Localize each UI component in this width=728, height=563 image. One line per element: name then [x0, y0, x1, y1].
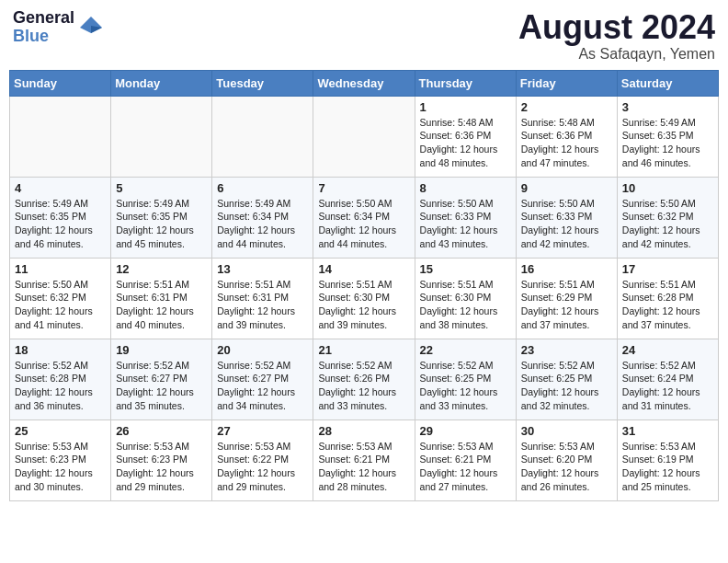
day-info: Sunrise: 5:51 AM Sunset: 6:31 PM Dayligh…: [217, 278, 308, 332]
calendar-cell: 6Sunrise: 5:49 AM Sunset: 6:34 PM Daylig…: [212, 177, 313, 258]
day-info: Sunrise: 5:53 AM Sunset: 6:20 PM Dayligh…: [521, 440, 612, 494]
day-number: 22: [420, 343, 511, 357]
calendar-cell: 12Sunrise: 5:51 AM Sunset: 6:31 PM Dayli…: [111, 258, 212, 339]
day-number: 31: [622, 424, 713, 438]
calendar-cell: 7Sunrise: 5:50 AM Sunset: 6:34 PM Daylig…: [313, 177, 415, 258]
calendar-cell: 8Sunrise: 5:50 AM Sunset: 6:33 PM Daylig…: [415, 177, 516, 258]
calendar-cell: 23Sunrise: 5:52 AM Sunset: 6:25 PM Dayli…: [516, 339, 617, 419]
day-info: Sunrise: 5:51 AM Sunset: 6:30 PM Dayligh…: [420, 278, 511, 332]
day-info: Sunrise: 5:53 AM Sunset: 6:23 PM Dayligh…: [116, 440, 207, 494]
day-number: 30: [521, 424, 612, 438]
calendar-header-row: SundayMondayTuesdayWednesdayThursdayFrid…: [10, 70, 719, 96]
calendar-cell: 30Sunrise: 5:53 AM Sunset: 6:20 PM Dayli…: [516, 419, 617, 500]
day-number: 17: [622, 262, 713, 276]
calendar-week-row: 11Sunrise: 5:50 AM Sunset: 6:32 PM Dayli…: [10, 258, 719, 339]
day-info: Sunrise: 5:50 AM Sunset: 6:32 PM Dayligh…: [622, 197, 713, 251]
location: As Safaqayn, Yemen: [518, 46, 715, 63]
calendar-cell: [212, 96, 313, 177]
day-number: 7: [318, 181, 409, 195]
day-info: Sunrise: 5:49 AM Sunset: 6:35 PM Dayligh…: [116, 197, 207, 251]
day-number: 4: [15, 181, 106, 195]
day-info: Sunrise: 5:49 AM Sunset: 6:35 PM Dayligh…: [15, 197, 106, 251]
day-number: 1: [420, 100, 511, 114]
day-info: Sunrise: 5:53 AM Sunset: 6:23 PM Dayligh…: [15, 440, 106, 494]
calendar-week-row: 25Sunrise: 5:53 AM Sunset: 6:23 PM Dayli…: [10, 419, 719, 500]
day-number: 25: [15, 424, 106, 438]
calendar-cell: 15Sunrise: 5:51 AM Sunset: 6:30 PM Dayli…: [415, 258, 516, 339]
calendar-cell: 31Sunrise: 5:53 AM Sunset: 6:19 PM Dayli…: [617, 419, 718, 500]
calendar-cell: 25Sunrise: 5:53 AM Sunset: 6:23 PM Dayli…: [10, 419, 111, 500]
day-of-week-header: Saturday: [617, 70, 718, 96]
day-info: Sunrise: 5:52 AM Sunset: 6:24 PM Dayligh…: [622, 359, 713, 413]
day-info: Sunrise: 5:48 AM Sunset: 6:36 PM Dayligh…: [521, 116, 612, 170]
day-number: 11: [15, 262, 106, 276]
day-number: 10: [622, 181, 713, 195]
calendar-cell: 27Sunrise: 5:53 AM Sunset: 6:22 PM Dayli…: [212, 419, 313, 500]
day-number: 23: [521, 343, 612, 357]
day-number: 14: [318, 262, 409, 276]
day-number: 3: [622, 100, 713, 114]
calendar-cell: 3Sunrise: 5:49 AM Sunset: 6:35 PM Daylig…: [617, 96, 718, 177]
day-number: 18: [15, 343, 106, 357]
calendar-cell: 11Sunrise: 5:50 AM Sunset: 6:32 PM Dayli…: [10, 258, 111, 339]
day-number: 19: [116, 343, 207, 357]
day-number: 5: [116, 181, 207, 195]
day-info: Sunrise: 5:49 AM Sunset: 6:35 PM Dayligh…: [622, 116, 713, 170]
day-info: Sunrise: 5:51 AM Sunset: 6:29 PM Dayligh…: [521, 278, 612, 332]
day-number: 9: [521, 181, 612, 195]
day-info: Sunrise: 5:50 AM Sunset: 6:33 PM Dayligh…: [420, 197, 511, 251]
day-of-week-header: Friday: [516, 70, 617, 96]
day-info: Sunrise: 5:50 AM Sunset: 6:32 PM Dayligh…: [15, 278, 106, 332]
day-info: Sunrise: 5:52 AM Sunset: 6:28 PM Dayligh…: [15, 359, 106, 413]
day-number: 20: [217, 343, 308, 357]
day-info: Sunrise: 5:53 AM Sunset: 6:21 PM Dayligh…: [420, 440, 511, 494]
calendar-cell: 9Sunrise: 5:50 AM Sunset: 6:33 PM Daylig…: [516, 177, 617, 258]
day-info: Sunrise: 5:52 AM Sunset: 6:25 PM Dayligh…: [420, 359, 511, 413]
day-number: 26: [116, 424, 207, 438]
day-number: 28: [318, 424, 409, 438]
calendar-cell: [111, 96, 212, 177]
day-info: Sunrise: 5:51 AM Sunset: 6:28 PM Dayligh…: [622, 278, 713, 332]
calendar-cell: 24Sunrise: 5:52 AM Sunset: 6:24 PM Dayli…: [617, 339, 718, 419]
calendar-week-row: 18Sunrise: 5:52 AM Sunset: 6:28 PM Dayli…: [10, 339, 719, 419]
calendar-cell: 26Sunrise: 5:53 AM Sunset: 6:23 PM Dayli…: [111, 419, 212, 500]
day-info: Sunrise: 5:53 AM Sunset: 6:21 PM Dayligh…: [318, 440, 409, 494]
month-title: August 2024: [518, 9, 715, 46]
day-of-week-header: Monday: [111, 70, 212, 96]
day-info: Sunrise: 5:50 AM Sunset: 6:34 PM Dayligh…: [318, 197, 409, 251]
logo: GeneralBlue: [13, 9, 104, 46]
calendar-cell: [10, 96, 111, 177]
calendar-cell: 18Sunrise: 5:52 AM Sunset: 6:28 PM Dayli…: [10, 339, 111, 419]
day-of-week-header: Tuesday: [212, 70, 313, 96]
day-info: Sunrise: 5:52 AM Sunset: 6:25 PM Dayligh…: [521, 359, 612, 413]
day-number: 29: [420, 424, 511, 438]
day-number: 24: [622, 343, 713, 357]
day-number: 27: [217, 424, 308, 438]
calendar-week-row: 1Sunrise: 5:48 AM Sunset: 6:36 PM Daylig…: [10, 96, 719, 177]
calendar-cell: 1Sunrise: 5:48 AM Sunset: 6:36 PM Daylig…: [415, 96, 516, 177]
calendar-cell: 10Sunrise: 5:50 AM Sunset: 6:32 PM Dayli…: [617, 177, 718, 258]
calendar-cell: 21Sunrise: 5:52 AM Sunset: 6:26 PM Dayli…: [313, 339, 415, 419]
logo-text: GeneralBlue: [13, 9, 74, 46]
day-info: Sunrise: 5:52 AM Sunset: 6:27 PM Dayligh…: [217, 359, 308, 413]
day-number: 6: [217, 181, 308, 195]
calendar-cell: 5Sunrise: 5:49 AM Sunset: 6:35 PM Daylig…: [111, 177, 212, 258]
day-of-week-header: Thursday: [415, 70, 516, 96]
day-info: Sunrise: 5:52 AM Sunset: 6:26 PM Dayligh…: [318, 359, 409, 413]
calendar-cell: 29Sunrise: 5:53 AM Sunset: 6:21 PM Dayli…: [415, 419, 516, 500]
day-of-week-header: Sunday: [10, 70, 111, 96]
day-info: Sunrise: 5:52 AM Sunset: 6:27 PM Dayligh…: [116, 359, 207, 413]
calendar-cell: 14Sunrise: 5:51 AM Sunset: 6:30 PM Dayli…: [313, 258, 415, 339]
page-header: GeneralBlue August 2024 As Safaqayn, Yem…: [9, 9, 719, 63]
day-info: Sunrise: 5:51 AM Sunset: 6:30 PM Dayligh…: [318, 278, 409, 332]
calendar-cell: [313, 96, 415, 177]
calendar-cell: 4Sunrise: 5:49 AM Sunset: 6:35 PM Daylig…: [10, 177, 111, 258]
day-of-week-header: Wednesday: [313, 70, 415, 96]
calendar-cell: 19Sunrise: 5:52 AM Sunset: 6:27 PM Dayli…: [111, 339, 212, 419]
day-info: Sunrise: 5:49 AM Sunset: 6:34 PM Dayligh…: [217, 197, 308, 251]
title-block: August 2024 As Safaqayn, Yemen: [518, 9, 715, 63]
calendar-cell: 20Sunrise: 5:52 AM Sunset: 6:27 PM Dayli…: [212, 339, 313, 419]
day-number: 8: [420, 181, 511, 195]
day-number: 12: [116, 262, 207, 276]
calendar-cell: 13Sunrise: 5:51 AM Sunset: 6:31 PM Dayli…: [212, 258, 313, 339]
